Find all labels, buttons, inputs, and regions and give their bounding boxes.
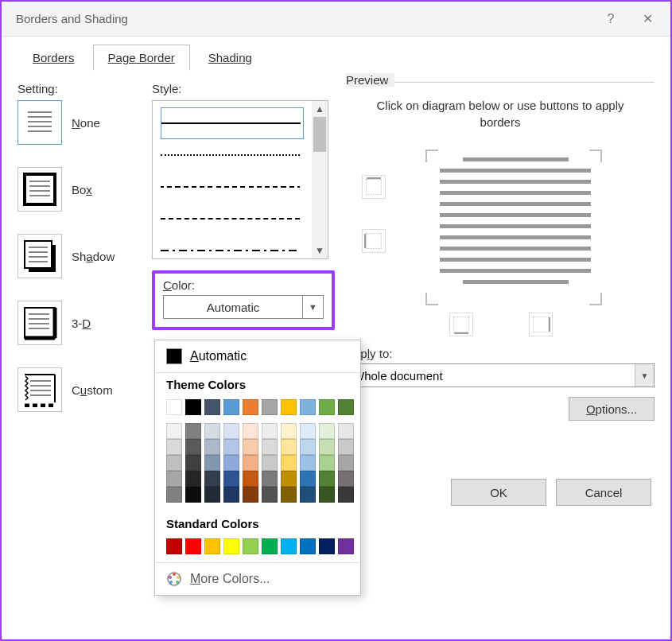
color-swatch[interactable]: [204, 471, 220, 487]
cancel-button[interactable]: Cancel: [556, 479, 651, 506]
preview-page[interactable]: [440, 157, 591, 294]
color-swatch[interactable]: [300, 538, 316, 554]
scroll-down-icon[interactable]: ▼: [312, 243, 328, 258]
color-swatch[interactable]: [262, 487, 278, 503]
setting-custom[interactable]: Custom: [17, 367, 141, 412]
tab-borders[interactable]: Borders: [17, 45, 90, 71]
color-swatch[interactable]: [223, 538, 239, 554]
color-swatch[interactable]: [319, 538, 335, 554]
color-swatch[interactable]: [204, 487, 220, 503]
color-swatch[interactable]: [243, 487, 258, 503]
ok-button[interactable]: OK: [451, 479, 546, 506]
color-swatch[interactable]: [262, 423, 278, 439]
color-swatch[interactable]: [319, 423, 335, 439]
color-swatch[interactable]: [338, 455, 354, 471]
color-swatch[interactable]: [262, 538, 278, 554]
scroll-thumb[interactable]: [313, 117, 326, 152]
color-swatch[interactable]: [185, 471, 201, 487]
color-swatch[interactable]: [204, 455, 220, 471]
color-swatch[interactable]: [338, 399, 354, 415]
style-option-dashed[interactable]: [161, 203, 304, 235]
color-swatch[interactable]: [204, 538, 220, 554]
color-swatch[interactable]: [338, 487, 354, 503]
color-swatch[interactable]: [243, 399, 258, 415]
color-swatch[interactable]: [281, 439, 297, 455]
color-swatch[interactable]: [185, 399, 201, 415]
color-swatch[interactable]: [300, 455, 316, 471]
color-swatch[interactable]: [204, 399, 220, 415]
apply-to-dropdown[interactable]: Whole document ▼: [346, 363, 655, 387]
color-swatch[interactable]: [223, 439, 239, 455]
setting-box[interactable]: Box: [17, 167, 141, 212]
more-colors[interactable]: More Colors...: [155, 563, 360, 595]
preview-diagram[interactable]: [346, 150, 655, 340]
color-swatch[interactable]: [281, 538, 297, 554]
color-swatch[interactable]: [300, 423, 316, 439]
color-swatch[interactable]: [262, 399, 278, 415]
color-swatch[interactable]: [166, 439, 182, 455]
style-option-dash-dot[interactable]: [161, 235, 304, 266]
color-swatch[interactable]: [338, 538, 354, 554]
color-swatch[interactable]: [223, 423, 239, 439]
setting-shadow[interactable]: Shadow: [17, 234, 141, 278]
style-option-dashed-fine[interactable]: [161, 171, 304, 203]
setting-none[interactable]: None: [17, 100, 141, 145]
color-dropdown[interactable]: Automatic ▼: [163, 295, 324, 319]
style-listbox[interactable]: ▲ ▼: [152, 100, 328, 259]
color-swatch[interactable]: [300, 399, 316, 415]
color-swatch[interactable]: [281, 471, 297, 487]
style-option-dotted[interactable]: [161, 139, 304, 171]
border-bottom-button[interactable]: [449, 313, 473, 336]
color-swatch[interactable]: [281, 423, 297, 439]
color-swatch[interactable]: [185, 439, 201, 455]
close-button[interactable]: ✕: [629, 4, 666, 34]
color-swatch[interactable]: [262, 471, 278, 487]
color-swatch[interactable]: [243, 423, 258, 439]
border-right-button[interactable]: [529, 313, 553, 336]
color-swatch[interactable]: [281, 487, 297, 503]
color-swatch[interactable]: [223, 471, 239, 487]
color-swatch[interactable]: [319, 455, 335, 471]
chevron-down-icon[interactable]: ▼: [635, 364, 654, 387]
color-swatch[interactable]: [223, 399, 239, 415]
color-swatch[interactable]: [281, 399, 297, 415]
color-swatch[interactable]: [338, 471, 354, 487]
color-swatch[interactable]: [166, 487, 182, 503]
color-swatch[interactable]: [166, 455, 182, 471]
color-swatch[interactable]: [185, 423, 201, 439]
style-scrollbar[interactable]: ▲ ▼: [312, 101, 328, 258]
color-swatch[interactable]: [300, 471, 316, 487]
color-swatch[interactable]: [243, 455, 258, 471]
color-swatch[interactable]: [300, 487, 316, 503]
color-swatch[interactable]: [319, 487, 335, 503]
color-swatch[interactable]: [319, 399, 335, 415]
color-swatch[interactable]: [243, 471, 258, 487]
border-top-button[interactable]: [362, 175, 386, 199]
setting-3d[interactable]: 3-D: [17, 301, 141, 345]
color-swatch[interactable]: [166, 538, 182, 554]
color-swatch[interactable]: [243, 439, 258, 455]
color-automatic[interactable]: Automatic: [155, 340, 360, 372]
color-swatch[interactable]: [300, 439, 316, 455]
color-swatch[interactable]: [185, 487, 201, 503]
color-swatch[interactable]: [319, 439, 335, 455]
tab-page-border[interactable]: Page Border: [93, 45, 190, 71]
scroll-up-icon[interactable]: ▲: [312, 101, 328, 117]
options-button[interactable]: Options...: [569, 397, 655, 421]
color-swatch[interactable]: [185, 538, 201, 554]
color-swatch[interactable]: [319, 471, 335, 487]
color-swatch[interactable]: [166, 399, 182, 415]
color-swatch[interactable]: [338, 423, 354, 439]
color-swatch[interactable]: [223, 487, 239, 503]
color-swatch[interactable]: [281, 455, 297, 471]
tab-shading[interactable]: Shading: [193, 45, 267, 71]
color-swatch[interactable]: [166, 471, 182, 487]
color-swatch[interactable]: [243, 538, 258, 554]
color-swatch[interactable]: [262, 439, 278, 455]
color-swatch[interactable]: [223, 455, 239, 471]
color-swatch[interactable]: [185, 455, 201, 471]
help-button[interactable]: ?: [592, 4, 629, 34]
style-option-solid[interactable]: [161, 107, 304, 139]
color-swatch[interactable]: [166, 423, 182, 439]
chevron-down-icon[interactable]: ▼: [302, 296, 323, 318]
